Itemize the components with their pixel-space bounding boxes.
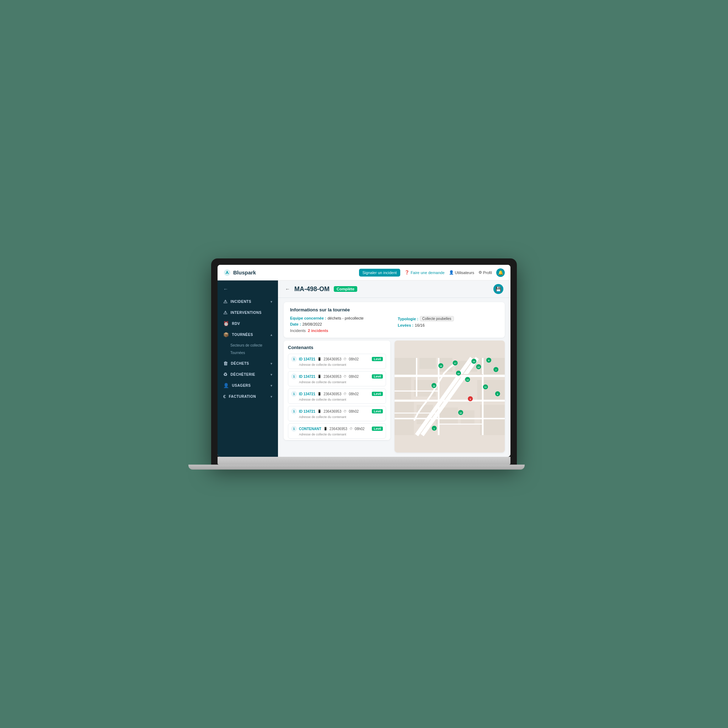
phone-icon: 📱 (317, 410, 321, 413)
map-svg: 17 12 8 (395, 341, 505, 453)
page-header-actions: 💾 (493, 284, 503, 294)
svg-text:10: 10 (460, 411, 462, 414)
cont-time: 08h02 (349, 410, 359, 413)
phone-icon: 📱 (317, 375, 321, 378)
usagers-icon: 👤 (223, 383, 229, 388)
cont-status: Levé (372, 374, 383, 379)
contenant-item[interactable]: 1 ID 134721 📱 236436953 ⏱ 08h02 Levé Adr… (288, 388, 386, 404)
typologie-tag: Collecte poubelles (420, 316, 454, 321)
time-icon: ⏱ (343, 357, 347, 361)
interventions-icon: ⚠ (223, 310, 228, 315)
page-header: ← MA-498-OM Complète 💾 (278, 280, 511, 298)
contenant-item[interactable]: 1 ID 134721 📱 236436953 ⏱ 08h02 Levé Adr… (288, 354, 386, 369)
tournees-submenu: Secteurs de collecte Tournées (217, 340, 278, 358)
sidebar-sub-item-tournees[interactable]: Tournées (217, 349, 278, 356)
contenant-item[interactable]: 1 ID 134721 📱 236436953 ⏱ 08h02 Levé Adr… (288, 371, 386, 386)
cont-status: Levé (372, 357, 383, 361)
contenant-item[interactable]: 1 ID 134721 📱 236436953 ⏱ 08h02 Levé Adr… (288, 406, 386, 421)
time-icon: ⏱ (343, 410, 347, 413)
sidebar-item-tournees[interactable]: 📦 TOURNÉES ▴ (217, 329, 278, 340)
sidebar-item-usagers[interactable]: 👤 USAGERS ▾ (217, 380, 278, 391)
map-pin-15: 15 (431, 383, 436, 388)
map-pin-13: 13 (476, 364, 481, 369)
nav-actions: Signaler un incident ❓ Faire une demande… (359, 268, 505, 277)
back-button[interactable]: ← (285, 286, 290, 292)
cont-phone: 236436953 (323, 410, 341, 413)
tour-info-card: Informations sur la tournée Equipe conce… (284, 302, 505, 338)
map-pin-14: 14 (465, 377, 470, 382)
map-pin-11: 11 (483, 384, 488, 389)
sidebar: ← ⚠ INCIDENTS ▾ ⚠ INTERVENTIONS ⏰ RDV (217, 280, 278, 457)
svg-rect-8 (395, 377, 411, 399)
chevron-up-icon: ▴ (271, 333, 273, 336)
svg-text:1: 1 (434, 427, 435, 430)
save-icon: 💾 (496, 286, 501, 292)
svg-text:9: 9 (470, 398, 471, 400)
cont-status: Levé (372, 427, 383, 431)
profile-button[interactable]: ⚙ Profil (479, 270, 492, 275)
notifications-button[interactable]: 🔔 (496, 268, 505, 277)
report-incident-button[interactable]: Signaler un incident (359, 269, 401, 277)
map-background: 17 12 8 (395, 341, 505, 453)
phone-icon: 📱 (317, 392, 321, 396)
time-icon: ⏱ (343, 375, 347, 378)
make-demand-button[interactable]: ❓ Faire une demande (405, 270, 444, 275)
map-panel: 17 12 8 (395, 341, 505, 453)
chevron-down-icon-3: ▾ (271, 373, 273, 376)
svg-rect-13 (480, 405, 505, 435)
demand-icon: ❓ (405, 270, 410, 275)
sidebar-item-incidents[interactable]: ⚠ INCIDENTS ▾ (217, 296, 278, 307)
sidebar-back-button[interactable]: ← (217, 285, 278, 296)
svg-text:11: 11 (484, 386, 486, 388)
equipe-row: Equipe concernée : déchets - précollecte (290, 316, 391, 320)
sidebar-item-interventions[interactable]: ⚠ INTERVENTIONS (217, 307, 278, 318)
sidebar-item-facturation[interactable]: € FACTURATION ▾ (217, 391, 278, 402)
phone-icon: 📱 (323, 427, 327, 430)
top-navigation: Bluspark Signaler un incident ❓ Faire un… (217, 265, 511, 280)
map-pin-7: 7 (493, 367, 499, 372)
map-pin-1: 1 (432, 426, 437, 431)
cont-address: Adresse de collecte du contenant (291, 398, 383, 401)
cont-phone: 236436953 (323, 357, 341, 361)
svg-text:6: 6 (497, 393, 499, 395)
info-right: Typologie : Collecte poubelles Levées : … (398, 316, 499, 333)
sidebar-item-rdv[interactable]: ⏰ RDV (217, 318, 278, 329)
svg-text:18: 18 (440, 365, 442, 367)
info-left: Equipe concernée : déchets - précollecte… (290, 316, 391, 333)
cont-num: 1 (291, 426, 297, 431)
cont-address: Adresse de collecte du contenant (291, 363, 383, 367)
status-badge: Complète (334, 286, 357, 292)
svg-text:13: 13 (477, 366, 480, 368)
save-button[interactable]: 💾 (493, 284, 503, 294)
time-icon: ⏱ (343, 392, 347, 396)
chevron-down-icon: ▾ (271, 300, 273, 304)
cont-address: Adresse de collecte du contenant (291, 380, 383, 384)
incidents-icon: ⚠ (223, 299, 228, 304)
sidebar-item-decheterie[interactable]: ♻ DÉCHÈTERIE ▾ (217, 369, 278, 380)
sidebar-item-dechets[interactable]: 🗑 DÉCHETS ▾ (217, 358, 278, 369)
map-pin-17: 17 (453, 361, 458, 366)
content-area: ← MA-498-OM Complète 💾 Informations sur … (278, 280, 511, 457)
decheterie-icon: ♻ (223, 372, 228, 377)
cont-time: 08h02 (355, 427, 365, 431)
date-label: Date : (290, 322, 301, 326)
sidebar-sub-item-secteurs[interactable]: Secteurs de collecte (217, 342, 278, 349)
map-pin-8: 8 (486, 358, 491, 362)
cont-num: 1 (291, 391, 297, 397)
chevron-down-icon-4: ▾ (271, 384, 273, 387)
contenants-list: 1 ID 134721 📱 236436953 ⏱ 08h02 Levé Adr… (288, 354, 386, 440)
info-card-title: Informations sur la tournée (290, 307, 499, 312)
map-pin-18: 18 (438, 363, 443, 368)
incidents-link[interactable]: 2 incidents (308, 329, 328, 333)
cont-time: 08h02 (349, 357, 359, 361)
chevron-down-icon-2: ▾ (271, 362, 273, 366)
cont-address: Adresse de collecte du contenant (291, 433, 383, 436)
cont-address: Adresse de collecte du contenant (291, 415, 383, 419)
contenant-item[interactable]: 1 CONTENANT 📱 236436953 ⏱ 08h02 Levé Adr… (288, 424, 386, 439)
users-button[interactable]: 👤 Utilisateurs (449, 270, 474, 275)
cont-phone: 236436953 (329, 427, 347, 431)
cont-status: Levé (372, 392, 383, 396)
users-icon: 👤 (449, 270, 454, 275)
cont-id: ID 134721 (299, 392, 315, 396)
main-layout: ← ⚠ INCIDENTS ▾ ⚠ INTERVENTIONS ⏰ RDV (217, 280, 511, 457)
